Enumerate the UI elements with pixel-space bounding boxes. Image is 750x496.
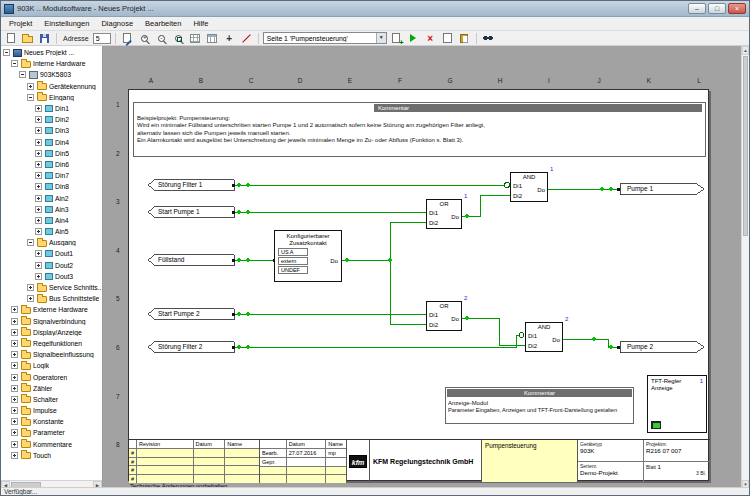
zoom-in-button[interactable] <box>137 32 152 45</box>
collapse-icon[interactable] <box>11 60 18 67</box>
expand-icon[interactable] <box>35 250 42 257</box>
tree-item-logik[interactable]: Logik <box>1 360 102 371</box>
expand-icon[interactable] <box>11 407 18 414</box>
tree-item-zaehler[interactable]: Zähler <box>1 383 102 394</box>
drawing-sheet[interactable]: Störung Filter 1 Start Pumpe 1 Füllstand… <box>128 89 709 481</box>
expand-icon[interactable] <box>35 116 42 123</box>
titlebar[interactable]: 903K .. Modulsoftware - Neues Projekt ..… <box>1 1 749 17</box>
expand-icon[interactable] <box>35 139 42 146</box>
expand-icon[interactable] <box>11 351 18 358</box>
expand-icon[interactable] <box>35 273 42 280</box>
tree-item-din5[interactable]: Din5 <box>1 148 102 159</box>
goto-page-button[interactable] <box>406 32 421 45</box>
expand-icon[interactable] <box>35 150 42 157</box>
page-selector[interactable]: Seite 1 'Pumpensteuerung' <box>263 32 387 44</box>
paste-page-button[interactable] <box>457 32 472 45</box>
expand-icon[interactable] <box>11 340 18 347</box>
tree-item-kommentare[interactable]: Kommentare <box>1 439 102 450</box>
and-gate-1[interactable]: AND Di1 Di2 Do <box>510 172 548 202</box>
expand-icon[interactable] <box>27 83 34 90</box>
expand-icon[interactable] <box>11 374 18 381</box>
add-page-button[interactable] <box>389 32 404 45</box>
tree-item-dout2[interactable]: Dout2 <box>1 260 102 271</box>
or-gate-1[interactable]: OR Di1 Di2 Do <box>426 199 462 229</box>
zoom-out-button[interactable] <box>154 32 169 45</box>
comment-block-top[interactable]: Kommentar Beispielprojekt: Pumpensteueru… <box>133 102 706 157</box>
and-gate-2[interactable]: AND Di1 Di2 Do <box>525 322 563 352</box>
canvas-vertical-scrollbar[interactable] <box>741 46 749 489</box>
menu-diagnose[interactable]: Diagnose <box>95 17 139 30</box>
tree-item-externe-hardware[interactable]: Externe Hardware <box>1 304 102 315</box>
tree-item-schalter[interactable]: Schalter <box>1 394 102 405</box>
expand-icon[interactable] <box>35 262 42 269</box>
menu-projekt[interactable]: Projekt <box>3 17 38 30</box>
menu-bearbeiten[interactable]: Bearbeiten <box>139 17 187 30</box>
block-field[interactable]: US A <box>278 248 308 256</box>
menu-einstellungen[interactable]: Einstellungen <box>38 17 95 30</box>
collapse-icon[interactable] <box>27 94 34 101</box>
maximize-button[interactable] <box>708 3 726 14</box>
comment-block-bottom[interactable]: Kommentar Anzeige-Modul Parameter Eingab… <box>445 387 634 424</box>
tree-item-din1[interactable]: Din1 <box>1 103 102 114</box>
block-field[interactable]: extern <box>278 257 308 265</box>
collapse-icon[interactable] <box>19 71 26 78</box>
page-edit-button[interactable] <box>120 32 135 45</box>
tree-item-ain5[interactable]: Ain5 <box>1 226 102 237</box>
expand-icon[interactable] <box>11 329 18 336</box>
expand-icon[interactable] <box>35 228 42 235</box>
expand-icon[interactable] <box>11 396 18 403</box>
scroll-up-arrow[interactable] <box>742 46 749 55</box>
block-field[interactable]: UNDEF <box>278 266 308 274</box>
tree-item-ain4[interactable]: Ain4 <box>1 215 102 226</box>
tft-regler-block[interactable]: TFT-Regler Anzeige 1 <box>647 375 707 433</box>
table-view-button[interactable] <box>205 32 220 45</box>
tree-item-dout3[interactable]: Dout3 <box>1 271 102 282</box>
tree-item-regelfunktionen[interactable]: Regelfunktionen <box>1 338 102 349</box>
draw-line-button[interactable] <box>239 32 254 45</box>
expand-icon[interactable] <box>27 284 34 291</box>
collapse-icon[interactable] <box>27 239 34 246</box>
tree-item-signalverbindung[interactable]: Signalverbindung <box>1 316 102 327</box>
expand-icon[interactable] <box>35 217 42 224</box>
expand-icon[interactable] <box>11 441 18 448</box>
tree-item-service-schnittstelle[interactable]: Service Schnitts... <box>1 282 102 293</box>
copy-page-button[interactable] <box>440 32 455 45</box>
tree-item-ain3[interactable]: Ain3 <box>1 204 102 215</box>
expand-icon[interactable] <box>35 195 42 202</box>
tree-item-903k5803[interactable]: 903K5803 <box>1 69 102 80</box>
tree-item-din4[interactable]: Din4 <box>1 137 102 148</box>
close-button[interactable] <box>728 3 746 14</box>
tree-item-interne-hardware[interactable]: Interne Hardware <box>1 58 102 69</box>
tree-item-display-anzeige[interactable]: Display/Anzeige <box>1 327 102 338</box>
chevron-down-icon[interactable] <box>376 33 386 43</box>
or-gate-2[interactable]: OR Di1 Di2 Do <box>426 301 462 331</box>
tree-item-konstante[interactable]: Konstante <box>1 416 102 427</box>
expand-icon[interactable] <box>35 105 42 112</box>
delete-page-button[interactable] <box>423 32 438 45</box>
save-project-button[interactable] <box>37 32 52 45</box>
expand-icon[interactable] <box>35 206 42 213</box>
menu-hilfe[interactable]: Hilfe <box>187 17 214 30</box>
expand-icon[interactable] <box>11 418 18 425</box>
tree-item-operatoren[interactable]: Operatoren <box>1 371 102 382</box>
zoom-fit-button[interactable] <box>171 32 186 45</box>
open-project-button[interactable] <box>20 32 35 45</box>
expand-icon[interactable] <box>11 452 18 459</box>
tree-item-neues-projekt[interactable]: Neues Projekt ... <box>1 47 102 58</box>
wire[interactable] <box>462 195 510 216</box>
expand-icon[interactable] <box>11 318 18 325</box>
tree-item-dout1[interactable]: Dout1 <box>1 248 102 259</box>
address-input[interactable] <box>93 33 111 44</box>
tree-item-eingang[interactable]: Eingang <box>1 92 102 103</box>
tree-item-din2[interactable]: Din2 <box>1 114 102 125</box>
collapse-icon[interactable] <box>3 49 10 56</box>
expand-icon[interactable] <box>11 429 18 436</box>
tree-item-din8[interactable]: Din8 <box>1 181 102 192</box>
grid-toggle-button[interactable] <box>188 32 203 45</box>
expand-icon[interactable] <box>35 183 42 190</box>
tree-item-signalbeeinflussung[interactable]: Signalbeeinflussung <box>1 349 102 360</box>
tree-item-parameter[interactable]: Parameter <box>1 427 102 438</box>
crosshair-button[interactable] <box>222 32 237 45</box>
tree-item-bus-schnittstelle[interactable]: Bus Schnittstelle <box>1 293 102 304</box>
tree-item-din7[interactable]: Din7 <box>1 170 102 181</box>
